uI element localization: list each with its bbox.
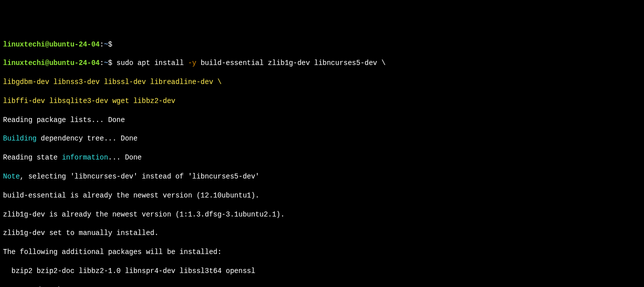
output-line: build-essential is already the newest ve… [3, 191, 641, 200]
prompt-user: linuxtechi@ubuntu-24-04 [3, 40, 100, 48]
output-line: Building dependency tree... Done [3, 134, 641, 144]
output-line: bzip2 bzip2-doc libbz2-1.0 libnspr4-dev … [3, 266, 641, 276]
output-line: zlib1g-dev set to manually installed. [3, 228, 641, 238]
cmd-text: sudo apt install [112, 59, 188, 67]
output-line: The following additional packages will b… [3, 248, 641, 257]
prompt-line-cmd[interactable]: linuxtechi@ubuntu-24-04:~$ sudo apt inst… [3, 58, 641, 68]
output-line: Note, selecting 'libncurses-dev' instead… [3, 172, 641, 182]
output-line: zlib1g-dev is already the newest version… [3, 210, 641, 220]
output-line: Reading package lists... Done [3, 116, 641, 125]
cmd-continuation: libgdbm-dev libnss3-dev libssl-dev libre… [3, 78, 641, 87]
cmd-flag: -y [188, 59, 197, 67]
prompt-user: linuxtechi@ubuntu-24-04 [3, 59, 100, 67]
prompt-line-empty: linuxtechi@ubuntu-24-04:~$ [3, 40, 641, 50]
output-line: Reading state information... Done [3, 153, 641, 162]
cmd-continuation: libffi-dev libsqlite3-dev wget libbz2-de… [3, 96, 641, 106]
